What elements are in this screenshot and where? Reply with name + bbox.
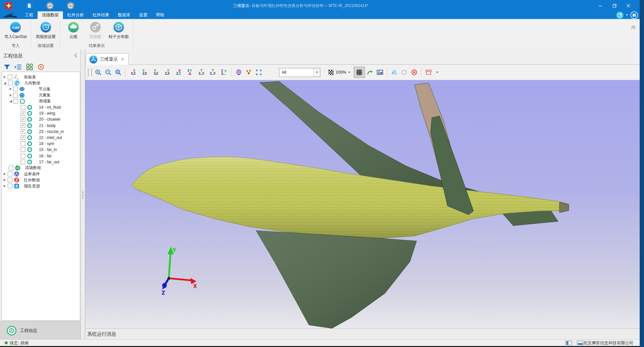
- menu-item-工程[interactable]: 工程: [21, 11, 38, 19]
- tree-row-22 - inlet_out[interactable]: ✓22 - inlet_out: [2, 135, 80, 141]
- tree-expander-icon[interactable]: [4, 179, 6, 181]
- minimize-button[interactable]: [593, 0, 607, 11]
- grid-view-icon[interactable]: [26, 63, 33, 71]
- tree-row-元素集[interactable]: 元素集: [2, 92, 80, 98]
- list-outline-icon[interactable]: [15, 63, 22, 71]
- display-filter-combobox[interactable]: All: [279, 68, 320, 77]
- menu-item-红外分析[interactable]: 红外分析: [63, 11, 88, 19]
- ribbon-button-周期面设置[interactable]: 周期面设置: [33, 20, 58, 40]
- tree-row-坐标系[interactable]: Yzx坐标系: [2, 74, 80, 80]
- ribbon-button-导入Cas/Dat[interactable]: cas导入Cas/Dat: [2, 20, 29, 40]
- combobox-dropdown-icon[interactable]: [313, 68, 320, 77]
- tree-row-红外数据[interactable]: 红外数据: [2, 177, 80, 183]
- tree-row-21 - body[interactable]: ✓21 - body: [2, 123, 80, 129]
- zoom-fit-icon[interactable]: [113, 67, 123, 77]
- tree-checkbox[interactable]: [21, 154, 25, 158]
- tree-row-14 - int_fluid[interactable]: 14 - int_fluid: [2, 104, 80, 110]
- ribbon-collapse-icon[interactable]: [630, 24, 637, 30]
- viewport-canvas[interactable]: Y X Z: [85, 80, 640, 328]
- opacity-control[interactable]: 100%: [328, 70, 350, 75]
- tree-row-17 - far_out[interactable]: 17 - far_out: [2, 159, 80, 165]
- splitter-handle[interactable]: [82, 192, 83, 199]
- layout-caret-icon[interactable]: [626, 14, 628, 16]
- ribbon-button-云图[interactable]: 云图: [62, 20, 84, 40]
- export-arrow-icon[interactable]: [365, 67, 375, 77]
- menu-item-设置[interactable]: 设置: [135, 11, 152, 19]
- tree-checkbox[interactable]: [9, 166, 13, 170]
- tab-close-icon[interactable]: ✕: [121, 57, 124, 62]
- tree-checkbox[interactable]: ✓: [21, 117, 25, 122]
- view-xz-icon[interactable]: YXZ: [128, 67, 139, 77]
- view-iso1-icon[interactable]: YZX: [195, 67, 207, 77]
- tree-row-20 - chuiwei[interactable]: ✓20 - chuiwei: [2, 116, 80, 122]
- tree-expander-icon[interactable]: [10, 100, 12, 102]
- view-iso3-icon[interactable]: ZXY: [218, 67, 229, 77]
- tree-expander-icon[interactable]: [4, 76, 6, 78]
- layout-left-panel-icon[interactable]: [564, 340, 573, 346]
- tree-expander-icon[interactable]: [10, 88, 12, 90]
- view-zx-icon[interactable]: YZX: [139, 67, 150, 77]
- view-zy-icon[interactable]: XZY: [173, 67, 184, 77]
- tree-checkbox[interactable]: [21, 141, 25, 146]
- export-caret-icon[interactable]: [436, 72, 438, 73]
- close-button[interactable]: [621, 0, 635, 11]
- tree-checkbox[interactable]: [21, 147, 25, 152]
- tree-checkbox[interactable]: [21, 105, 25, 110]
- marquee-select-icon[interactable]: [254, 67, 264, 77]
- app-logo-red-icon[interactable]: [5, 2, 13, 10]
- mirror-icon[interactable]: [389, 67, 399, 77]
- undo-icon[interactable]: [46, 2, 54, 10]
- particle-pick-icon[interactable]: [244, 67, 254, 77]
- tree-checkbox[interactable]: [13, 93, 18, 98]
- tree-checkbox[interactable]: [8, 184, 12, 188]
- tree-checkbox[interactable]: [13, 87, 18, 91]
- export-box-icon[interactable]: [424, 67, 434, 77]
- tree-row-16 - far[interactable]: 16 - far: [2, 153, 80, 159]
- tree-row-报告资源[interactable]: 报告资源: [2, 183, 80, 189]
- tree-row-几何数据[interactable]: 几何数据: [2, 80, 80, 86]
- tree-row-15 - far_in[interactable]: 15 - far_in: [2, 147, 80, 153]
- ribbon-button-粒子分布图[interactable]: 粒子分布图: [106, 20, 131, 40]
- tree-row-19 - wing[interactable]: ✓19 - wing: [2, 110, 80, 116]
- project-panel-bottom-tab[interactable]: 工程信息: [0, 321, 81, 340]
- toolbar-drag-handle[interactable]: [88, 68, 92, 76]
- zoom-in-icon[interactable]: [93, 67, 103, 77]
- tree-checkbox[interactable]: ✓: [21, 129, 25, 134]
- tree-expander-icon[interactable]: [10, 94, 12, 97]
- new-doc-icon[interactable]: [25, 2, 33, 10]
- view-xz2-icon[interactable]: YXZ: [150, 67, 161, 77]
- tree-row-23 - nozzle_in[interactable]: ✓23 - nozzle_in: [2, 129, 80, 135]
- tree-checkbox[interactable]: ✓: [21, 123, 25, 128]
- tree-row-节点集[interactable]: 节点集: [2, 86, 80, 92]
- opacity-caret-icon[interactable]: [348, 72, 350, 73]
- window-layout-icon[interactable]: [616, 11, 624, 19]
- tree-checkbox[interactable]: ✓: [21, 111, 25, 116]
- probe-icon[interactable]: [234, 67, 244, 77]
- orbit-nodes-icon[interactable]: [399, 67, 409, 77]
- target-locate-icon[interactable]: [37, 63, 45, 71]
- tree-checkbox[interactable]: [8, 81, 13, 85]
- mesh-grid-toggle[interactable]: [354, 67, 365, 78]
- tree-row-边界条件[interactable]: 边界条件: [2, 171, 80, 177]
- tree-checkbox[interactable]: [8, 172, 12, 176]
- tree-checkbox[interactable]: [8, 75, 12, 79]
- tree-row-18 - sym[interactable]: 18 - sym: [2, 141, 80, 147]
- tree-checkbox[interactable]: [8, 178, 12, 182]
- tree-row-面域集[interactable]: 面域集: [2, 98, 80, 104]
- menu-item-红外结果[interactable]: 红外结果: [88, 11, 114, 19]
- menu-item-流场数据[interactable]: 流场数据: [38, 11, 63, 19]
- snapshot-icon[interactable]: [375, 67, 385, 77]
- restore-button[interactable]: [607, 0, 621, 11]
- panel-collapse-icon[interactable]: [73, 52, 79, 58]
- tree-checkbox[interactable]: ✓: [21, 135, 25, 140]
- tree-checkbox[interactable]: [21, 160, 25, 164]
- zoom-out-icon[interactable]: [103, 67, 113, 77]
- view-iso2-icon[interactable]: YZX: [207, 67, 218, 77]
- redo-icon[interactable]: [67, 2, 75, 10]
- clear-all-icon[interactable]: [409, 67, 419, 77]
- panel-splitter[interactable]: [81, 49, 85, 339]
- ribbon-button-切面图[interactable]: 切面图: [84, 20, 106, 40]
- help-book-icon[interactable]: [630, 11, 638, 19]
- menu-item-数据库[interactable]: 数据库: [114, 11, 135, 19]
- tab-3d-view[interactable]: 三维显示 ✕: [86, 53, 129, 65]
